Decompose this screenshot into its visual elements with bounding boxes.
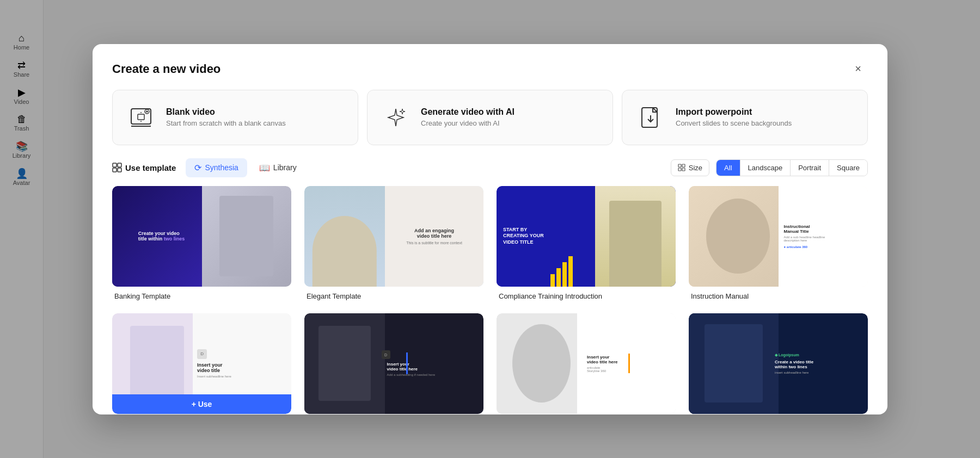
svg-rect-11 — [113, 163, 117, 167]
library-icon: 📖 — [259, 163, 270, 173]
template-name-instruction: Instruction Manual — [689, 292, 868, 300]
template-name-elegant: Elegant Template — [304, 292, 483, 300]
modal-header: Create a new video × — [93, 44, 887, 90]
svg-rect-16 — [682, 164, 685, 167]
template-grid-icon — [112, 163, 122, 172]
template-thumb-office: Insert yourvideo title here articulateSt… — [497, 313, 676, 414]
use-template-label: Use template — [125, 163, 176, 172]
ppt-title: Import powerpoint — [676, 107, 792, 117]
size-icon — [678, 164, 685, 171]
toolbar-left: Use template ⟳ Synthesia 📖 Library — [112, 158, 305, 177]
option-cards-row: Blank video Start from scratch with a bl… — [93, 90, 887, 158]
template-card-dark[interactable]: D Insert yourvideo title here Add a subh… — [304, 313, 483, 414]
template-card-instruction[interactable]: InstructionalManual Title Add a sub head… — [689, 186, 868, 300]
use-overlay-light[interactable]: + Use — [112, 394, 291, 414]
svg-rect-8 — [642, 108, 657, 127]
template-toolbar: Use template ⟳ Synthesia 📖 Library — [93, 158, 887, 186]
template-grid: Create your videotitle within two lines … — [93, 186, 887, 414]
blank-video-title: Blank video — [166, 107, 286, 117]
ai-icon — [381, 102, 411, 133]
svg-rect-15 — [678, 164, 681, 167]
filter-square[interactable]: Square — [829, 160, 867, 176]
template-card-office[interactable]: Insert yourvideo title here articulateSt… — [497, 313, 676, 414]
template-thumb-navy: ◆ Logoipsum Create a video titlewithin t… — [689, 313, 868, 414]
toolbar-right: Size All Landscape Portrait Square — [671, 159, 868, 176]
modal-title: Create a new video — [112, 62, 220, 76]
svg-rect-12 — [118, 163, 121, 167]
create-video-modal: Create a new video × — [93, 44, 887, 414]
template-thumb-compliance: START BYCREATING YOURVIDEO TITLE — [497, 186, 676, 287]
filter-group: All Landscape Portrait Square — [716, 159, 868, 176]
size-button[interactable]: Size — [671, 159, 709, 176]
tab-library[interactable]: 📖 Library — [250, 158, 305, 177]
svg-rect-2 — [138, 114, 144, 120]
close-button[interactable]: × — [848, 59, 868, 79]
blank-video-icon — [126, 102, 156, 133]
template-card-navy[interactable]: ◆ Logoipsum Create a video titlewithin t… — [689, 313, 868, 414]
template-name-compliance: Compliance Training Introduction — [497, 292, 676, 300]
use-template-section: Use template — [112, 163, 176, 172]
svg-rect-17 — [678, 168, 681, 171]
template-thumb-banking: Create your videotitle within two lines … — [112, 186, 291, 287]
template-card-compliance[interactable]: START BYCREATING YOURVIDEO TITLE — [497, 186, 676, 300]
ai-video-desc: Create your video with AI — [421, 119, 514, 127]
filter-landscape[interactable]: Landscape — [740, 160, 791, 176]
svg-rect-14 — [118, 168, 121, 172]
template-thumb-instruction: InstructionalManual Title Add a sub head… — [689, 186, 868, 287]
ai-video-title: Generate video with AI — [421, 107, 514, 117]
import-ppt-icon — [635, 102, 666, 133]
template-thumb-dark: D Insert yourvideo title here Add a subh… — [304, 313, 483, 414]
svg-rect-18 — [682, 168, 685, 171]
ppt-desc: Convert slides to scene backgrounds — [676, 119, 792, 127]
import-ppt-card[interactable]: Import powerpoint Convert slides to scen… — [622, 90, 868, 145]
template-thumb-light: D Insert yourvideo title Insert subheadl… — [112, 313, 291, 414]
template-card-light[interactable]: D Insert yourvideo title Insert subheadl… — [112, 313, 291, 414]
blank-video-desc: Start from scratch with a blank canvas — [166, 119, 286, 127]
blank-video-card[interactable]: Blank video Start from scratch with a bl… — [112, 90, 358, 145]
generate-ai-card[interactable]: Generate video with AI Create your video… — [367, 90, 613, 145]
tab-synthesia[interactable]: ⟳ Synthesia — [186, 158, 247, 177]
synthesia-icon: ⟳ — [194, 163, 201, 173]
filter-all[interactable]: All — [716, 160, 740, 176]
template-card-banking[interactable]: Create your videotitle within two lines … — [112, 186, 291, 300]
svg-rect-13 — [113, 168, 117, 172]
template-card-elegant[interactable]: Add an engagingvideo title here This is … — [304, 186, 483, 300]
template-thumb-elegant: Add an engagingvideo title here This is … — [304, 186, 483, 287]
modal-overlay: Create a new video × — [0, 0, 980, 458]
template-name-banking: Banking Template — [112, 292, 291, 300]
filter-portrait[interactable]: Portrait — [791, 160, 829, 176]
